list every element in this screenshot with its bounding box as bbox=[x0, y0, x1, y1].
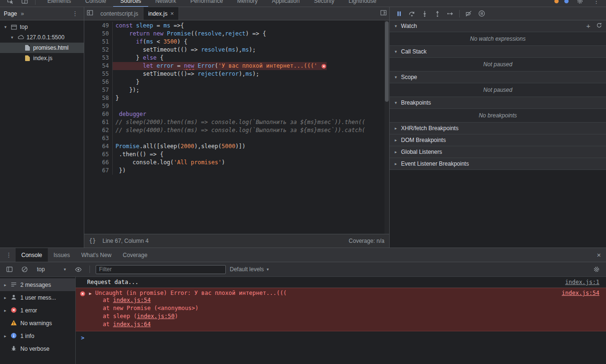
tree-item-top[interactable]: ▾top bbox=[0, 22, 84, 32]
line-number[interactable]: 61 bbox=[84, 118, 113, 126]
step-out-icon[interactable] bbox=[432, 8, 443, 19]
tab-application[interactable]: Application bbox=[265, 0, 307, 7]
line-number[interactable]: 63 bbox=[84, 134, 113, 142]
line-number[interactable]: 60 bbox=[84, 110, 113, 118]
step-icon[interactable] bbox=[445, 8, 456, 19]
console-sidebar-toggle-icon[interactable] bbox=[4, 264, 15, 275]
tab-security[interactable]: Security bbox=[307, 0, 341, 7]
expand-triangle-icon[interactable]: ▶ bbox=[89, 290, 95, 296]
code-line[interactable]: 51 if(ms < 3500) { bbox=[84, 38, 389, 46]
tab-page[interactable]: Page bbox=[4, 10, 17, 17]
tab-sources[interactable]: Sources bbox=[113, 0, 148, 7]
chevron-icon[interactable]: ▾ bbox=[3, 25, 8, 29]
line-number[interactable]: 49 bbox=[84, 22, 113, 30]
line-number[interactable]: 64 bbox=[84, 142, 113, 151]
line-number[interactable]: 53 bbox=[84, 54, 113, 62]
section-call-stack[interactable]: ▾Call Stack bbox=[390, 46, 606, 58]
section-dom-breakpoints[interactable]: ▸DOM Breakpoints bbox=[390, 134, 606, 146]
close-tab-icon[interactable]: × bbox=[170, 10, 174, 17]
line-text[interactable]: setTimeout(()=> reject(error),ms); bbox=[113, 70, 259, 78]
line-number[interactable]: 67 bbox=[84, 167, 113, 175]
code-line[interactable]: 60 debugger bbox=[84, 110, 389, 118]
pause-icon[interactable] bbox=[393, 8, 405, 19]
code-line[interactable]: 59 bbox=[84, 102, 389, 110]
line-text[interactable]: } bbox=[113, 94, 119, 102]
source-link[interactable]: index.js:64 bbox=[113, 321, 151, 328]
tree-item-promises-html[interactable]: promises.html bbox=[0, 43, 84, 53]
line-text[interactable]: } bbox=[113, 78, 140, 86]
line-number[interactable]: 58 bbox=[84, 94, 113, 102]
clear-console-icon[interactable] bbox=[19, 264, 30, 275]
line-number[interactable]: 52 bbox=[84, 46, 113, 54]
code-line[interactable]: 53 } else { bbox=[84, 54, 389, 62]
code-line[interactable]: 57 }); bbox=[84, 86, 389, 94]
line-number[interactable]: 62 bbox=[84, 126, 113, 134]
line-number[interactable]: 57 bbox=[84, 86, 113, 94]
device-toolbar-icon[interactable] bbox=[19, 0, 30, 7]
page-more-tabs-icon[interactable]: » bbox=[21, 10, 24, 17]
code-line[interactable]: 67 }) bbox=[84, 167, 389, 175]
refresh-icon[interactable] bbox=[596, 22, 602, 30]
code-line[interactable]: 55 setTimeout(()=> reject(error),ms); bbox=[84, 70, 389, 78]
line-number[interactable]: 65 bbox=[84, 151, 113, 159]
debugger-toggle-icon[interactable] bbox=[378, 7, 389, 18]
drawer-tab-console[interactable]: Console bbox=[16, 248, 48, 262]
console-filter-no-verbose[interactable]: No verbose bbox=[0, 342, 75, 355]
tab-index-js[interactable]: index.js × bbox=[143, 7, 179, 20]
add-watch-icon[interactable]: + bbox=[586, 23, 590, 29]
console-settings-gear-icon[interactable] bbox=[591, 264, 602, 275]
line-text[interactable]: .then(() => { bbox=[113, 151, 163, 159]
console-prompt[interactable]: > bbox=[76, 331, 606, 341]
code-line[interactable]: 52 setTimeout(() => resolve(ms),ms); bbox=[84, 46, 389, 54]
section-global-listeners[interactable]: ▸Global Listeners bbox=[390, 146, 606, 158]
section-watch[interactable]: ▾Watch+ bbox=[390, 20, 606, 32]
code-line[interactable]: 58} bbox=[84, 94, 389, 102]
filter-input[interactable] bbox=[96, 265, 226, 274]
line-number[interactable]: 55 bbox=[84, 70, 113, 78]
line-text[interactable]: // sleep(4000).then((ms) => console.log(… bbox=[113, 126, 365, 134]
drawer-tab-what-s-new[interactable]: What's New bbox=[76, 248, 117, 262]
inspect-icon[interactable] bbox=[5, 0, 16, 7]
code-line[interactable]: 66 console.log('All promises') bbox=[84, 159, 389, 167]
editor-scrollbar-thumb[interactable] bbox=[385, 21, 389, 102]
line-text[interactable]: let error = new Error('У вас плохой инте… bbox=[113, 62, 327, 70]
tab-elements[interactable]: Elements bbox=[40, 0, 78, 7]
console-filter-no-warnings[interactable]: No warnings bbox=[0, 317, 75, 329]
tab-performance[interactable]: Performance bbox=[183, 0, 230, 7]
line-text[interactable]: } else { bbox=[113, 54, 163, 62]
line-text[interactable]: // sleep(2000).then((ms) => console.log(… bbox=[113, 118, 365, 126]
code-line[interactable]: 56 } bbox=[84, 78, 389, 86]
line-number[interactable]: 54 bbox=[84, 62, 113, 70]
console-filter-1-error[interactable]: ▸1 error bbox=[0, 304, 75, 317]
tab-contentscript-js[interactable]: contentscript.js bbox=[96, 7, 143, 20]
tree-item-index-js[interactable]: index.js bbox=[0, 53, 84, 63]
context-selector[interactable]: top ▾ bbox=[34, 266, 69, 273]
line-number[interactable]: 59 bbox=[84, 102, 113, 110]
settings-gear-icon[interactable] bbox=[574, 0, 586, 7]
code-editor[interactable]: 49const sleep = ms =>{50 return new Prom… bbox=[84, 20, 389, 234]
section-scope[interactable]: ▾Scope bbox=[390, 71, 606, 83]
drawer-tab-coverage[interactable]: Coverage bbox=[117, 248, 153, 262]
deactivate-breakpoints-icon[interactable] bbox=[463, 8, 474, 19]
console-input[interactable] bbox=[89, 335, 606, 341]
code-line[interactable]: 54 let error = new Error('У вас плохой и… bbox=[84, 62, 389, 70]
more-options-icon[interactable]: ⋮ bbox=[591, 0, 601, 5]
source-link[interactable]: index.js:50 bbox=[137, 313, 174, 320]
tab-lighthouse[interactable]: Lighthouse bbox=[341, 0, 383, 7]
line-number[interactable]: 66 bbox=[84, 159, 113, 167]
code-line[interactable]: 63 bbox=[84, 134, 389, 142]
code-line[interactable]: 49const sleep = ms =>{ bbox=[84, 22, 389, 30]
section-breakpoints[interactable]: ▾Breakpoints bbox=[390, 97, 606, 109]
line-number[interactable]: 51 bbox=[84, 38, 113, 46]
line-text[interactable]: }); bbox=[113, 86, 140, 94]
code-line[interactable]: 64Promise.all([sleep(2000),sleep(5000)]) bbox=[84, 142, 389, 151]
section-xhr-fetch-breakpoints[interactable]: ▸XHR/fetch Breakpoints bbox=[390, 123, 606, 134]
page-menu-icon[interactable]: ⋮ bbox=[70, 10, 80, 17]
pretty-print-icon[interactable]: {} bbox=[89, 238, 96, 244]
source-link[interactable]: index.js:1 bbox=[565, 279, 599, 285]
navigator-toggle-icon[interactable] bbox=[84, 7, 96, 18]
line-text[interactable] bbox=[113, 102, 116, 110]
drawer-tab-issues[interactable]: Issues bbox=[48, 248, 76, 262]
live-expression-eye-icon[interactable] bbox=[72, 264, 84, 275]
line-text[interactable]: debugger bbox=[113, 110, 146, 118]
